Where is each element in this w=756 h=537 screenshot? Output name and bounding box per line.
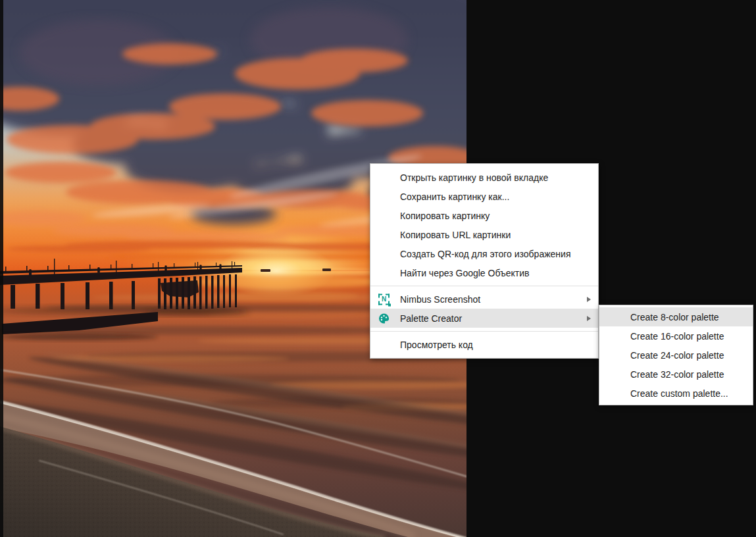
- menu-item-label: Create 24-color palette: [630, 350, 724, 361]
- menu-item-label: Просмотреть код: [400, 340, 473, 350]
- submenu-item-create-8-color-palette[interactable]: Create 8-color palette: [599, 307, 753, 326]
- nimbus-screenshot-icon: N: [377, 292, 391, 306]
- submenu-item-create-16-color-palette[interactable]: Create 16-color palette: [599, 326, 753, 345]
- palette-icon: [377, 311, 391, 325]
- menu-item-label: Найти через Google Объектив: [400, 268, 529, 278]
- menu-item-label: Открыть картинку в новой вкладке: [400, 172, 548, 183]
- menu-item-google-lens[interactable]: Найти через Google Объектив: [370, 263, 598, 282]
- menu-item-create-qr-code[interactable]: Создать QR-код для этого изображения: [370, 244, 598, 263]
- palette-glyph: [378, 312, 390, 324]
- menu-item-label: Копировать URL картинки: [400, 230, 511, 240]
- submenu-arrow-icon: [587, 297, 591, 302]
- menu-separator: [370, 286, 598, 286]
- menu-item-label: Копировать картинку: [400, 211, 490, 221]
- submenu-item-create-custom-palette[interactable]: Create custom palette...: [599, 384, 753, 403]
- menu-item-label: Create 16-color palette: [630, 331, 724, 342]
- submenu-item-create-24-color-palette[interactable]: Create 24-color palette: [599, 345, 753, 365]
- submenu-arrow-icon: [587, 316, 591, 321]
- nimbus-n-glyph: N: [378, 294, 390, 305]
- menu-item-label: Сохранить картинку как...: [400, 192, 509, 202]
- palette-creator-submenu: Create 8-color paletteCreate 16-color pa…: [599, 305, 753, 405]
- submenu-item-create-32-color-palette[interactable]: Create 32-color palette: [599, 365, 753, 384]
- menu-item-inspect[interactable]: Просмотреть код: [370, 335, 598, 354]
- menu-item-label: Создать QR-код для этого изображения: [400, 249, 570, 259]
- menu-item-label: Nimbus Screenshot: [400, 294, 480, 305]
- menu-item-palette-creator[interactable]: Palette Creator: [370, 309, 598, 328]
- menu-separator: [370, 331, 598, 332]
- menu-item-label: Palette Creator: [400, 313, 462, 324]
- menu-item-label: Create 32-color palette: [630, 369, 724, 380]
- page-background: Открыть картинку в новой вкладкеСохранит…: [0, 0, 756, 537]
- menu-item-open-image-new-tab[interactable]: Открыть картинку в новой вкладке: [370, 168, 598, 187]
- context-menu: Открыть картинку в новой вкладкеСохранит…: [370, 163, 599, 359]
- menu-item-label: Create 8-color palette: [630, 312, 719, 322]
- menu-item-copy-image-url[interactable]: Копировать URL картинки: [370, 225, 598, 244]
- menu-item-save-image-as[interactable]: Сохранить картинку как...: [370, 187, 598, 206]
- menu-item-nimbus-screenshot[interactable]: NNimbus Screenshot: [370, 290, 598, 309]
- menu-item-copy-image[interactable]: Копировать картинку: [370, 206, 598, 225]
- menu-item-label: Create custom palette...: [630, 388, 728, 399]
